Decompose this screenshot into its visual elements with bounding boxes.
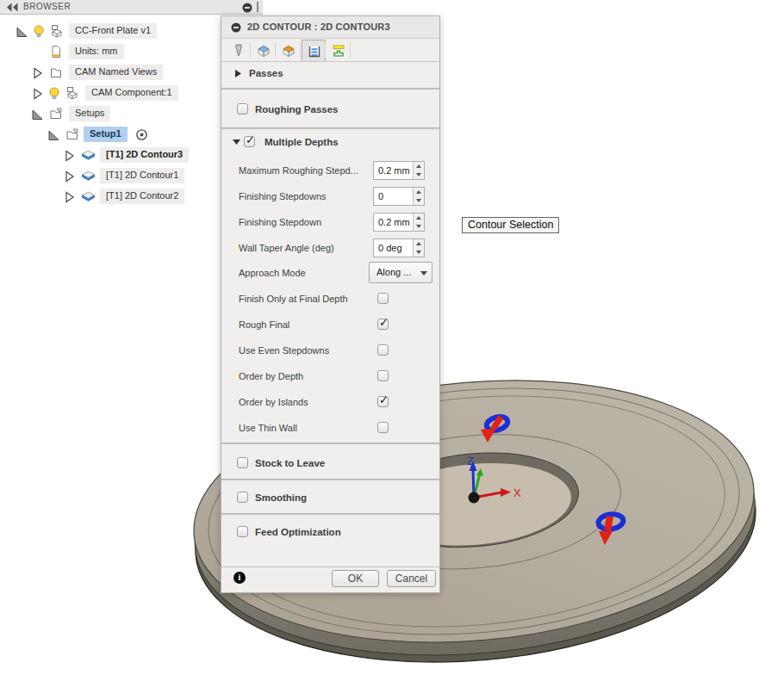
section-label: Roughing Passes xyxy=(255,98,339,121)
heights-cube-icon xyxy=(281,43,296,59)
param-row: Finishing Stepdowns 0 xyxy=(221,186,439,207)
expand-arrow-icon[interactable] xyxy=(47,128,61,142)
geometry-cube-icon xyxy=(256,43,271,59)
document-icon xyxy=(49,45,63,59)
browser-header: BROWSER xyxy=(0,0,263,15)
panel-minimize-icon[interactable] xyxy=(242,3,252,13)
dialog-footer: i OK Cancel xyxy=(221,566,439,594)
section-stock-to-leave[interactable]: Stock to Leave xyxy=(221,452,439,474)
param-label: Maximum Roughing Stepd... xyxy=(239,160,358,181)
component-icon xyxy=(65,86,79,100)
tab-linking[interactable] xyxy=(327,40,351,61)
param-label: Use Thin Wall xyxy=(239,421,297,435)
tab-passes[interactable] xyxy=(302,40,326,61)
section-passes[interactable]: Passes xyxy=(221,63,439,84)
param-label: Order by Islands xyxy=(239,395,308,409)
section-label: Multiple Depths xyxy=(264,132,339,152)
maximum-roughing-stepdown-input[interactable]: 0.2 mm xyxy=(373,161,425,180)
expanded-arrow-icon[interactable] xyxy=(233,139,241,145)
finishing-stepdown-input[interactable]: 0.2 mm xyxy=(373,213,425,232)
checkbox-row: Rough Final ✓ xyxy=(221,318,439,331)
text-caret xyxy=(257,2,258,12)
multiple-depths-checkbox[interactable]: ✓ xyxy=(244,136,255,147)
tree-item-label-selected[interactable]: Setup1 xyxy=(84,127,128,142)
tree-item-label[interactable]: CAM Named Views xyxy=(69,65,163,80)
checkbox-row: Order by Depth xyxy=(221,369,439,383)
use-thin-wall-checkbox[interactable] xyxy=(377,422,389,433)
collapsed-arrow-icon[interactable] xyxy=(63,190,77,204)
tree-item-label[interactable]: Setups xyxy=(69,106,110,121)
tree-item-label[interactable]: Units: mm xyxy=(69,44,124,59)
collapsed-arrow-icon[interactable] xyxy=(63,149,77,163)
section-multiple-depths[interactable]: ✓ Multiple Depths xyxy=(221,132,439,152)
stepper-buttons[interactable] xyxy=(413,239,424,257)
collapsed-arrow-icon[interactable] xyxy=(31,66,45,80)
collapse-panel-icon[interactable] xyxy=(6,3,20,12)
param-label: Finishing Stepdowns xyxy=(239,186,327,207)
rough-final-checkbox[interactable]: ✓ xyxy=(377,319,389,330)
collapsed-arrow-icon[interactable] xyxy=(31,87,45,101)
expand-arrow-icon[interactable] xyxy=(16,25,29,39)
section-roughing-passes[interactable]: Roughing Passes xyxy=(221,98,439,121)
active-setup-target-icon[interactable] xyxy=(135,128,148,141)
checkbox-row: Use Thin Wall xyxy=(221,421,439,435)
tab-tool[interactable] xyxy=(227,40,251,61)
checkbox-row: Order by Islands ✓ xyxy=(221,395,439,409)
wall-taper-angle-input[interactable]: 0 deg xyxy=(373,238,425,257)
approach-mode-dropdown[interactable]: Along ... xyxy=(369,262,432,283)
operation-icon xyxy=(81,189,96,203)
section-feed-optimization[interactable]: Feed Optimization xyxy=(221,521,439,543)
expand-arrow-icon[interactable] xyxy=(31,108,45,121)
stepper-buttons[interactable] xyxy=(413,162,424,179)
param-row: Finishing Stepdown 0.2 mm xyxy=(221,212,439,232)
info-icon[interactable]: i xyxy=(233,572,246,584)
order-by-depth-checkbox[interactable] xyxy=(377,370,389,381)
checkbox-row: Finish Only at Final Depth xyxy=(221,292,439,306)
linking-icon xyxy=(331,43,346,59)
cancel-button[interactable]: Cancel xyxy=(387,570,436,587)
setups-folder-icon xyxy=(49,107,64,121)
tab-heights[interactable] xyxy=(277,40,301,61)
axis-x-label: X xyxy=(513,486,521,499)
finish-only-at-final-depth-checkbox[interactable] xyxy=(377,293,389,304)
dialog-titlebar[interactable]: 2D CONTOUR : 2D CONTOUR3 xyxy=(221,16,439,39)
operation-icon xyxy=(81,148,96,162)
finishing-stepdowns-input[interactable]: 0 xyxy=(373,187,425,206)
param-label: Approach Mode xyxy=(239,262,306,284)
stepper-buttons[interactable] xyxy=(413,214,424,231)
tool-icon xyxy=(231,43,246,59)
section-label: Smoothing xyxy=(255,486,307,509)
passes-icon xyxy=(307,44,322,59)
stepper-buttons[interactable] xyxy=(413,188,424,205)
component-icon xyxy=(49,24,64,38)
collapsed-arrow-icon[interactable] xyxy=(63,170,77,183)
param-row: Approach Mode Along ... xyxy=(221,262,439,284)
tree-item-label[interactable]: CAM Component:1 xyxy=(85,85,178,101)
param-label: Wall Taper Angle (deg) xyxy=(239,238,334,258)
dialog-collapse-icon[interactable] xyxy=(231,22,241,33)
2d-contour-dialog: 2D CONTOUR : 2D CONTOUR3 xyxy=(221,15,440,593)
param-label: Use Even Stepdowns xyxy=(239,344,329,357)
tab-geometry[interactable] xyxy=(252,40,276,61)
order-by-islands-checkbox[interactable]: ✓ xyxy=(377,396,389,407)
visibility-bulb-icon[interactable] xyxy=(47,86,61,100)
ok-button[interactable]: OK xyxy=(332,570,379,587)
visibility-bulb-icon[interactable] xyxy=(32,24,46,38)
roughing-passes-checkbox[interactable] xyxy=(237,103,248,115)
folder-icon xyxy=(49,65,63,79)
param-row: Wall Taper Angle (deg) 0 deg xyxy=(221,238,439,258)
tree-item-label[interactable]: [T1] 2D Contour3 xyxy=(100,147,189,163)
tree-item-label[interactable]: CC-Front Plate v1 xyxy=(69,23,157,39)
tree-item-label[interactable]: [T1] 2D Contour2 xyxy=(100,189,184,204)
feed-optimization-checkbox[interactable] xyxy=(237,526,248,537)
collapsed-arrow-icon xyxy=(235,70,242,78)
param-label: Order by Depth xyxy=(239,369,303,383)
section-smoothing[interactable]: Smoothing xyxy=(221,486,439,509)
use-even-stepdowns-checkbox[interactable] xyxy=(377,344,389,356)
contour-selection-tooltip: Contour Selection xyxy=(462,217,559,233)
smoothing-checkbox[interactable] xyxy=(237,492,248,503)
param-label: Finish Only at Final Depth xyxy=(239,292,348,306)
stock-to-leave-checkbox[interactable] xyxy=(237,457,248,468)
tree-item-label[interactable]: [T1] 2D Contour1 xyxy=(100,168,184,183)
param-label: Rough Final xyxy=(239,318,289,331)
